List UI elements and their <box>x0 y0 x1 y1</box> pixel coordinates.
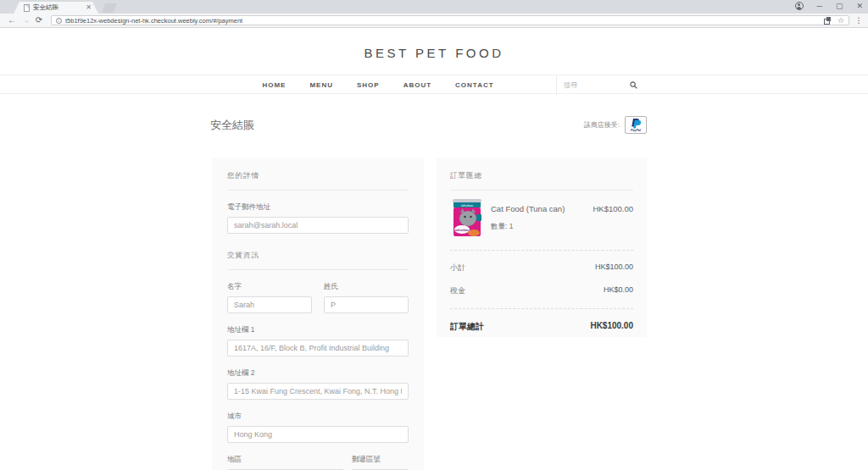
browser-toolbar: ← → ⟳ i t5b1f9e12x-webdesign-net-hk.chec… <box>0 14 868 28</box>
page-info-icon[interactable]: i <box>56 18 62 24</box>
svg-text:PayPal: PayPal <box>631 129 642 132</box>
paypal-badge: PayPal <box>625 116 647 134</box>
bookmark-star-icon[interactable]: ☆ <box>837 17 844 25</box>
email-field[interactable] <box>227 217 409 234</box>
region-label: 地區 <box>227 455 344 465</box>
email-label: 電子郵件地址 <box>227 202 409 213</box>
site-navbar: HOME MENU SHOP ABOUT CONTACT <box>0 75 868 94</box>
product-image: whiskas whiskas <box>450 199 484 238</box>
accepted-payments: 該商店接受: PayPal <box>509 116 647 134</box>
order-total-value: HK$100.00 <box>590 321 633 333</box>
subtotal-label: 小計 <box>450 263 465 274</box>
customer-details-panel: 您的詳情 電子郵件地址 交貨資訊 名字 姓氏 地址欄 1 地址欄 2 城市 地區 <box>212 158 424 470</box>
forward-button[interactable]: → <box>19 16 32 25</box>
nav-item-menu[interactable]: MENU <box>298 81 345 89</box>
page-title: 安全結賬 <box>210 118 254 133</box>
search-icon[interactable] <box>630 81 637 89</box>
nav-item-contact[interactable]: CONTACT <box>443 81 506 89</box>
subtotal-value: HK$100.00 <box>595 263 633 274</box>
order-item-row: whiskas whiskas Cat Food (Tuna can) 數量: … <box>450 199 633 238</box>
tax-value: HK$0.00 <box>604 285 633 296</box>
url-text: t5b1f9e12x-webdesign-net-hk.checkout.wee… <box>65 17 819 25</box>
divider <box>227 190 409 191</box>
postal-code-label: 郵遞區號 <box>352 455 409 465</box>
dashed-divider <box>450 250 633 251</box>
address2-label: 地址欄 2 <box>227 368 409 379</box>
tab-favicon-icon <box>24 4 30 12</box>
checkout-page: BEST PET FOOD HOME MENU SHOP ABOUT CONTA… <box>0 28 868 470</box>
paypal-icon: PayPal <box>626 118 645 132</box>
first-name-field[interactable] <box>227 296 312 313</box>
maximize-button[interactable]: ▢ <box>836 3 843 10</box>
subtotal-row: 小計 HK$100.00 <box>450 263 633 274</box>
browser-chrome: 安全結賬 ✕ ─ ▢ ✕ ← → ⟳ i t5b1f9e12x-webdesig… <box>0 0 868 28</box>
nav-item-about[interactable]: ABOUT <box>392 81 443 89</box>
site-logo[interactable]: BEST PET FOOD <box>0 28 868 60</box>
new-tab-button[interactable] <box>102 3 117 13</box>
order-summary-header: 訂單匯總 <box>450 158 633 181</box>
tax-label: 稅金 <box>450 285 465 296</box>
last-name-field[interactable] <box>324 296 409 313</box>
address1-field[interactable] <box>227 340 409 357</box>
order-total-label: 訂單總計 <box>450 321 484 333</box>
close-button[interactable]: ✕ <box>856 3 863 10</box>
browser-menu-icon[interactable]: ⋮ <box>854 17 863 25</box>
svg-text:whiskas: whiskas <box>455 228 470 232</box>
refresh-button[interactable]: ⟳ <box>32 16 46 25</box>
tab-title: 安全結賬 <box>33 3 82 12</box>
address1-label: 地址欄 1 <box>227 325 409 335</box>
nav-item-shop[interactable]: SHOP <box>345 81 392 89</box>
order-item-name: Cat Food (Tuna can) <box>491 199 593 213</box>
first-name-label: 名字 <box>227 282 312 292</box>
search-input[interactable] <box>564 81 630 89</box>
order-item-price: HK$100.00 <box>593 199 633 238</box>
profile-icon[interactable] <box>795 2 804 10</box>
order-total-row: 訂單總計 HK$100.00 <box>450 321 633 333</box>
address-bar[interactable]: i t5b1f9e12x-webdesign-net-hk.checkout.w… <box>51 15 849 25</box>
divider <box>450 190 633 191</box>
page-action-icon[interactable] <box>824 17 831 24</box>
svg-text:whiskas: whiskas <box>461 203 473 207</box>
nav-item-home[interactable]: HOME <box>250 81 298 89</box>
search-box <box>556 75 648 95</box>
city-field[interactable] <box>227 426 409 443</box>
order-summary-panel: 訂單匯總 whiskas whiskas Cat Food (Tuna <box>437 158 647 337</box>
address2-field[interactable] <box>227 383 409 400</box>
accept-label: 該商店接受: <box>584 120 620 130</box>
browser-tab[interactable]: 安全結賬 ✕ <box>14 2 98 14</box>
delivery-section-header: 交貨資訊 <box>227 234 409 261</box>
tax-row: 稅金 HK$0.00 <box>450 285 633 296</box>
tab-strip: 安全結賬 ✕ ─ ▢ ✕ <box>0 0 868 14</box>
minimize-button[interactable]: ─ <box>817 3 822 10</box>
back-button[interactable]: ← <box>5 16 19 25</box>
dashed-divider <box>450 308 633 309</box>
order-item-quantity: 數量: 1 <box>491 222 593 232</box>
details-section-header: 您的詳情 <box>227 158 409 181</box>
city-label: 城市 <box>227 412 409 422</box>
last-name-label: 姓氏 <box>324 282 409 292</box>
tab-close-icon[interactable]: ✕ <box>86 4 92 11</box>
